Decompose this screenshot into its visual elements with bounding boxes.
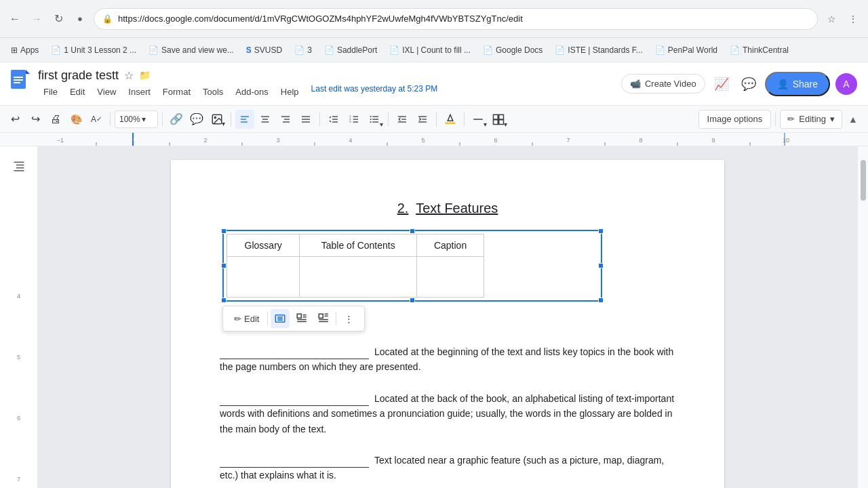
spell-check-button[interactable]: A✓ [87,110,106,129]
bookmark-googledocs[interactable]: 📄 Google Docs [477,41,548,59]
handle-top-left[interactable] [221,228,226,234]
edit-image-button[interactable]: ✏ Edit [229,311,264,327]
blank-line-toc [220,359,369,359]
heading-number: 2. [397,201,409,216]
handle-top-right[interactable] [598,228,604,234]
sidebar-left: 4 5 6 7 [0,146,38,488]
handle-middle-right[interactable] [598,263,604,268]
create-video-button[interactable]: 📹 Create Video [621,74,705,94]
image-options-button[interactable]: Image options [698,110,772,129]
image-button[interactable]: ▾ [208,110,226,129]
document-title[interactable]: first grade testt [38,68,119,83]
share-button[interactable]: 👤 Share [765,72,830,96]
bookmark-save[interactable]: 📄 Save and view we... [143,41,239,59]
align-center-button[interactable] [256,110,275,129]
wrap-text-button[interactable] [292,309,311,328]
trend-icon[interactable]: 📈 [711,73,732,95]
editing-dropdown-icon: ▾ [830,114,835,124]
menu-help[interactable]: Help [275,84,304,100]
thinkcentral-icon: 📄 [730,45,740,55]
bookmark-svusd[interactable]: S SVUSD [241,41,288,59]
last-edit-text[interactable]: Last edit was yesterday at 5:23 PM [311,84,438,100]
more-image-options-button[interactable]: ⋮ [339,311,359,327]
print-button[interactable]: 🖨 [46,110,65,129]
paint-format-button[interactable]: 🎨 [66,110,85,129]
editing-mode-button[interactable]: ✏ Editing ▾ [780,110,842,129]
bookmark-star-icon[interactable]: ☆ [822,9,841,28]
bookmark-ixl3-label: 3 [307,45,312,55]
highlight-button[interactable] [441,110,460,129]
menu-addons[interactable]: Add-ons [230,84,273,100]
menu-view[interactable]: View [92,84,121,100]
undo-button[interactable]: ↩ [5,110,24,129]
menu-edit[interactable]: Edit [64,84,90,100]
address-bar[interactable]: 🔒 https://docs.google.com/document/d/1mV… [94,8,818,30]
table-cell-toc: Table of Contents [300,235,417,257]
editing-label: Editing [799,114,826,124]
zoom-selector[interactable]: 100% ▾ [115,110,158,128]
bookmark-penpal[interactable]: 📄 PenPal World [650,41,723,59]
scrollbar-handle[interactable] [861,160,866,201]
align-left-button[interactable] [235,110,254,129]
comment-button[interactable]: 💬 [187,110,206,129]
more-options-button[interactable]: ▾ [489,110,508,129]
svg-rect-40 [446,122,456,123]
home-icon[interactable]: ● [71,9,90,28]
break-text-button[interactable] [314,309,333,328]
table-cell-caption: Caption [417,235,484,257]
menu-format[interactable]: Format [157,84,196,100]
justify-button[interactable] [296,110,315,129]
bookmark-penpal-label: PenPal World [668,45,717,55]
redo-button[interactable]: ↪ [26,110,45,129]
share-people-icon: 👤 [777,79,789,89]
handle-middle-left[interactable] [221,263,226,268]
bookmark-unit3[interactable]: 📄 1 Unit 3 Lesson 2 ... [45,41,142,59]
bookmark-thinkcentral[interactable]: 📄 ThinkCentral [724,41,794,59]
divider-line-button[interactable]: ▾ [469,110,488,129]
handle-bottom-left[interactable] [221,298,226,303]
caption-text: Text located near a graphic feature (suc… [220,455,664,481]
bookmark-apps[interactable]: ⊞ Apps [5,41,44,59]
collapse-toolbar-button[interactable]: ▲ [844,110,863,129]
link-button[interactable]: 🔗 [167,110,186,129]
star-icon[interactable]: ☆ [124,69,134,82]
browser-menu-icon[interactable]: ⋮ [844,9,863,28]
menu-insert[interactable]: Insert [123,84,156,100]
handle-bottom-right[interactable] [598,298,604,303]
numbered-list-button[interactable]: 1. 2. 3. [344,110,363,129]
handle-top-center[interactable] [410,228,415,234]
image-container[interactable]: Glossary Table of Contents Caption [222,230,602,302]
menu-file[interactable]: File [38,84,63,100]
svg-point-6 [214,117,216,118]
align-right-button[interactable] [276,110,295,129]
menu-tools[interactable]: Tools [197,84,229,100]
align-inline-button[interactable] [271,309,290,328]
comment-icon[interactable]: 💬 [738,73,760,95]
decrease-indent-button[interactable] [393,110,412,129]
folder-icon[interactable]: 📁 [139,70,151,81]
doc-section-glossary: Located at the back of the book, an alph… [220,391,675,436]
forward-icon[interactable]: → [27,9,46,28]
avatar[interactable]: A [835,73,857,95]
handle-bottom-center[interactable] [410,298,415,303]
document-area[interactable]: 2. Text Features [38,146,857,488]
share-label: Share [793,79,818,89]
line-spacing-button[interactable] [324,110,343,129]
formatting-toolbar: ↩ ↪ 🖨 🎨 A✓ 100% ▾ 🔗 💬 ▾ [0,106,868,133]
refresh-icon[interactable]: ↻ [49,9,68,28]
bookmark-saddleport[interactable]: 📄 SaddlePort [319,41,382,59]
back-icon[interactable]: ← [5,9,24,28]
sidebar-right [857,146,868,488]
increase-indent-button[interactable] [413,110,432,129]
doc-paragraph-caption: Text located near a graphic feature (suc… [220,453,675,483]
save-icon: 📄 [149,45,159,55]
outline-icon[interactable] [7,155,31,179]
heading-text: Text Features [416,201,498,216]
video-icon: 📹 [630,79,641,89]
glossary-text: Located at the back of the book, an alph… [220,393,674,434]
svg-text:6: 6 [494,137,497,144]
bookmark-ixl[interactable]: 📄 IXL | Count to fill ... [384,41,476,59]
bullet-list-button[interactable]: ▾ [365,110,384,129]
bookmark-ixl3[interactable]: 📄 3 [289,41,317,59]
bookmark-iste[interactable]: 📄 ISTE | Standards F... [549,41,648,59]
